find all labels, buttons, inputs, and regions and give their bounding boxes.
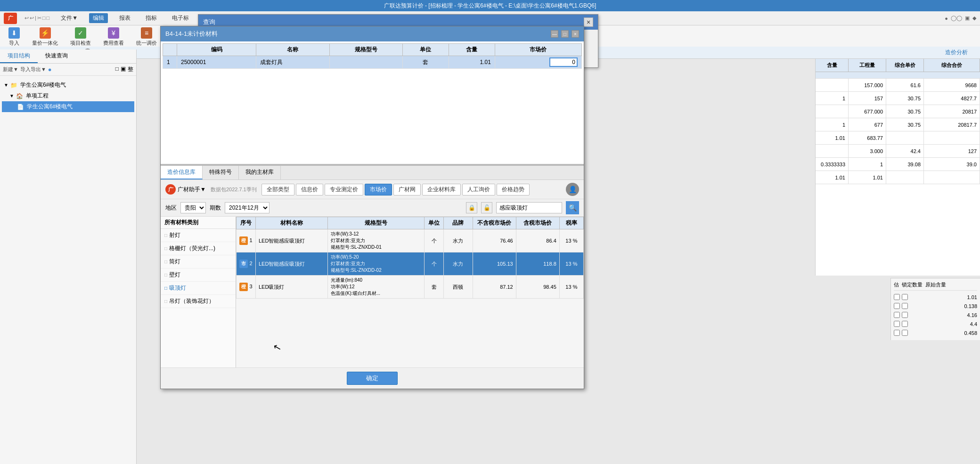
modal-td-price-1[interactable] — [495, 56, 581, 69]
unlock-button[interactable]: 🔓 — [481, 202, 492, 213]
mat-row-3[interactable]: 橙 3 LED吸顶灯 光通量(lm):840 功率(W):12 色温值(K):暖… — [237, 276, 584, 299]
check-box-1[interactable] — [894, 294, 900, 300]
check-box-3b[interactable] — [902, 312, 908, 318]
rt-row-5: 1.01 683.77 — [816, 131, 980, 145]
check-value-1: 1.01 — [967, 294, 977, 300]
cat-icon-ceiling: □ — [164, 285, 167, 291]
sidebar-tab-search[interactable]: 快速查询 — [38, 49, 75, 63]
mat-td-name-1: LED智能感应吸顶灯 — [255, 229, 328, 252]
period-select[interactable]: 2021年12月 — [225, 202, 270, 213]
modal-close-btn[interactable]: × — [572, 30, 579, 38]
modal-title-bar: B4-14-1未计价材料 — □ × — [161, 26, 584, 41]
toolbar-import[interactable]: ⬇ 导入 — [5, 25, 24, 49]
tree-item-file[interactable]: 📄 学生公寓6#楼电气 — [2, 101, 134, 112]
rt-total-5 — [924, 131, 980, 144]
bottom-tab-my-materials[interactable]: 我的主材库 — [239, 166, 281, 179]
guangcai-label[interactable]: 广材助手▼ — [178, 186, 206, 194]
nav-market[interactable]: 市场价 — [365, 184, 392, 195]
check-box-4[interactable] — [894, 321, 900, 327]
modal-minimize-btn[interactable]: — — [551, 30, 558, 38]
rt-uprice-1: 61.6 — [886, 79, 924, 91]
toolbar-adjust[interactable]: ≡ 统一调价 — [132, 25, 161, 49]
check-box-2b[interactable] — [902, 303, 908, 309]
sidebar-settings-btn[interactable]: 整 — [128, 65, 133, 73]
cat-chandelier[interactable]: □ 吊灯（装饰花灯） — [161, 295, 236, 308]
query-dialog-close[interactable]: × — [584, 17, 593, 27]
sidebar-tabs: 项目结构 快速查询 — [0, 49, 136, 64]
menu-file[interactable]: 文件▼ — [57, 13, 82, 23]
cat-wall[interactable]: □ 壁灯 — [161, 269, 236, 282]
cat-label-ceiling: 吸顶灯 — [169, 284, 186, 292]
sidebar-collapse-btn[interactable]: ▣ — [121, 65, 126, 73]
check-box-1b[interactable] — [902, 294, 908, 300]
rt-amount-5: 1.01 — [816, 131, 849, 144]
nav-enterprise[interactable]: 企业材料库 — [422, 184, 461, 195]
mat-td-unit-3: 套 — [425, 276, 444, 299]
toolbar-check[interactable]: ✓ 项目检查 — [66, 25, 95, 49]
lock-button[interactable]: 🔒 — [466, 202, 477, 213]
mat-row-1[interactable]: 橙 1 LED智能感应吸顶灯 功率(W):3-12 灯罩材质:亚克力 规格型号:… — [237, 229, 584, 252]
sidebar-import-btn[interactable]: 导入导出▼ — [20, 66, 46, 73]
cat-downlight[interactable]: □ 筒灯 — [161, 255, 236, 269]
cat-grille[interactable]: □ 格栅灯（荧光灯...) — [161, 242, 236, 255]
bottom-tab-price-db[interactable]: 造价信息库 — [161, 166, 203, 179]
sidebar-new-btn[interactable]: 新建▼ — [3, 66, 18, 73]
mat-th-brand: 品牌 — [444, 217, 473, 229]
nav-labor[interactable]: 人工询价 — [462, 184, 495, 195]
rt-h-qty: 工程量 — [849, 59, 886, 72]
menu-index[interactable]: 指标 — [142, 13, 161, 23]
modal-table-row-1[interactable]: 1 25000001 成套灯具 套 1.01 — [163, 56, 582, 69]
cat-ceiling[interactable]: □ 吸顶灯 — [161, 282, 236, 295]
menu-edit[interactable]: 编辑 — [89, 13, 108, 23]
toolbar-cost[interactable]: ¥ 费用查看 — [99, 25, 128, 49]
material-search-button[interactable]: 🔍 — [566, 201, 579, 214]
mat-row-2[interactable]: 市 2 LED智能感应吸顶灯 功率(W):5-20 灯罩材质:亚克力 规格型号:… — [237, 252, 584, 276]
nav-buttons: 全部类型 信息价 专业测定价 市场价 广材网 企业材料库 人工询价 价格趋势 — [261, 184, 530, 195]
rt-uprice-4: 30.75 — [886, 118, 924, 131]
nav-info-price[interactable]: 信息价 — [296, 184, 323, 195]
rt-qty-3: 677.000 — [849, 105, 886, 118]
check-header: 估 锁定数量 原始含量 — [894, 281, 977, 291]
cost-icon: ¥ — [108, 27, 119, 39]
tree-icon-single: 🏠 — [16, 93, 23, 99]
mat-th-name: 材料名称 — [255, 217, 328, 229]
cat-icon-downlight: □ — [164, 259, 167, 264]
toolbar-integrate[interactable]: ⚡ 量价一体化 — [28, 25, 62, 49]
cat-spotlight[interactable]: □ 射灯 — [161, 229, 236, 242]
nav-all[interactable]: 全部类型 — [261, 184, 294, 195]
nav-guangcai-net[interactable]: 广材网 — [393, 184, 421, 195]
menu-ebid[interactable]: 电子标 — [168, 13, 193, 23]
check-box-3[interactable] — [894, 312, 900, 318]
modal-price-input[interactable] — [549, 57, 578, 67]
tree-arrow-root: ▼ — [4, 82, 8, 88]
cat-label-downlight: 筒灯 — [169, 258, 180, 266]
mat-td-brand-3: 西顿 — [444, 276, 473, 299]
sidebar-add-btn[interactable]: ● — [48, 66, 52, 73]
modal-maximize-btn[interactable]: □ — [561, 30, 569, 38]
sidebar-expand-btn[interactable]: □ — [115, 65, 119, 73]
confirm-button[interactable]: 确定 — [347, 372, 398, 385]
mat-th-seq: 序号 — [237, 217, 256, 229]
menu-report[interactable]: 报表 — [115, 13, 134, 23]
region-select[interactable]: 贵阳 — [180, 202, 206, 213]
mat-td-brand-1: 水力 — [444, 229, 473, 252]
check-box-2[interactable] — [894, 303, 900, 309]
cost-analysis-link[interactable]: 造价分析 — [945, 49, 968, 57]
check-box-4b[interactable] — [902, 321, 908, 327]
user-avatar[interactable]: 👤 — [566, 183, 579, 196]
guangcai-helper[interactable]: 广 广材助手▼ — [165, 184, 206, 195]
bottom-tab-special[interactable]: 特殊符号 — [203, 166, 239, 179]
sidebar-view-btns: □ ▣ 整 — [115, 65, 133, 73]
modal-td-index-1: 1 — [163, 56, 177, 69]
rt-total-8 — [924, 171, 980, 184]
nav-price-trend[interactable]: 价格趋势 — [497, 184, 530, 195]
tree-item-root[interactable]: ▼ 📁 学生公寓6#楼电气 — [2, 80, 134, 90]
tree-item-single[interactable]: ▼ 🏠 单项工程 — [2, 90, 134, 101]
tree-arrow-single: ▼ — [9, 93, 14, 98]
sidebar-tab-structure[interactable]: 项目结构 — [0, 49, 38, 63]
nav-professional[interactable]: 专业测定价 — [325, 184, 363, 195]
material-search-input[interactable] — [496, 202, 562, 213]
tree-icon-root: 📁 — [10, 82, 17, 89]
check-box-5b[interactable] — [902, 330, 908, 336]
check-box-5[interactable] — [894, 330, 900, 336]
